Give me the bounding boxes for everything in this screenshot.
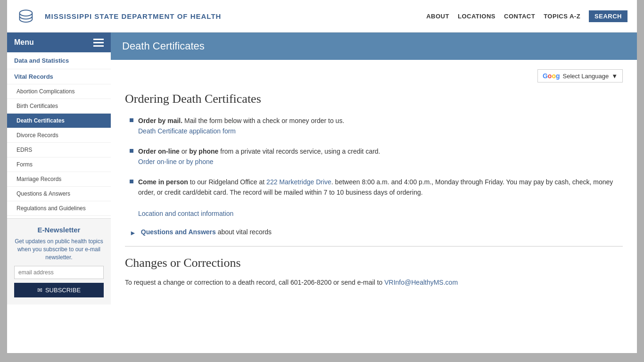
arrow-qa-content: Questions and Answers about vital record… (141, 228, 272, 236)
bullet-icon-2 (130, 149, 133, 153)
sidebar-item-divorce[interactable]: Divorce Records (7, 128, 111, 143)
bullet-online-strong1: Order on-line (138, 148, 180, 155)
sidebar-item-death[interactable]: Death Certificates (7, 114, 111, 128)
bullet-mail: Order by mail. Mail the form below with … (125, 115, 623, 137)
subscribe-button[interactable]: ✉ SUBSCRIBE (14, 283, 104, 297)
logo-area: ⛁ Mississippi State Department of Health (17, 5, 221, 27)
page-title-bar: Death Certificates (111, 33, 637, 60)
language-selector-area: Goog Select Language ▼ (125, 69, 623, 82)
qa-text: about vital records (216, 228, 272, 236)
bullet-online-strong2: by phone (189, 148, 218, 155)
email-input[interactable] (14, 266, 104, 279)
main-wrapper: Menu Data and Statistics Vital Records A… (7, 33, 637, 353)
content-area: Death Certificates Goog Select Language … (111, 33, 637, 353)
bullet-mail-content: Order by mail. Mail the form below with … (138, 115, 344, 137)
chevron-down-icon: ▼ (611, 73, 618, 80)
address-link[interactable]: 222 Marketridge Drive (266, 178, 331, 186)
menu-label: Menu (14, 38, 34, 47)
nav-locations[interactable]: LOCATIONS (458, 13, 495, 20)
sidebar-item-qa[interactable]: Questions & Answers (7, 187, 111, 201)
sidebar-item-marriage[interactable]: Marriage Records (7, 172, 111, 187)
svg-text:⛁: ⛁ (18, 7, 33, 26)
changes-heading: Changes or Corrections (125, 256, 623, 270)
sidebar-item-forms[interactable]: Forms (7, 157, 111, 172)
nav-search[interactable]: SEARCH (589, 10, 627, 22)
bullet-icon-1 (130, 118, 133, 122)
ordering-heading: Ordering Death Certificates (125, 92, 623, 106)
subscribe-icon: ✉ (37, 287, 42, 294)
site-title: Mississippi State Department of Health (45, 12, 221, 20)
logo-icon: ⛁ (17, 5, 39, 27)
subscribe-label: SUBSCRIBE (45, 287, 81, 294)
nav-about[interactable]: ABOUT (426, 13, 449, 20)
hamburger-icon[interactable] (93, 39, 104, 47)
divider (125, 246, 623, 247)
enewsletter-section: E-Newsletter Get updates on public healt… (7, 218, 111, 304)
changes-text: To request a change or correction to a d… (125, 277, 623, 288)
bullet-mail-text: Mail the form below with a check or mone… (182, 117, 344, 124)
sidebar-item-abortion[interactable]: Abortion Complications (7, 84, 111, 99)
bullet-person: Come in person to our Ridgeland Office a… (125, 177, 623, 219)
bullet-icon-3 (130, 180, 133, 183)
menu-bar[interactable]: Menu (7, 33, 111, 52)
bullet-person-strong: Come in person (138, 178, 188, 186)
nav-topics-az[interactable]: TOPICS A-Z (544, 13, 580, 20)
language-widget[interactable]: Goog Select Language ▼ (537, 69, 623, 82)
google-icon: Goog (543, 72, 560, 80)
email-link[interactable]: VRInfo@HealthyMS.com (384, 279, 458, 286)
top-nav: ABOUT LOCATIONS CONTACT TOPICS A-Z SEARC… (426, 10, 627, 22)
bullet-online-content: Order on-line or by phone from a private… (138, 146, 380, 167)
sidebar: Menu Data and Statistics Vital Records A… (7, 33, 111, 353)
sidebar-item-regulations[interactable]: Regulations and Guidelines (7, 201, 111, 216)
sidebar-section-title: Data and Statistics (7, 52, 111, 69)
enewsletter-title: E-Newsletter (14, 226, 104, 234)
bullet-online: Order on-line or by phone from a private… (125, 146, 623, 167)
sidebar-item-birth[interactable]: Birth Certificates (7, 99, 111, 114)
bullet-person-content: Come in person to our Ridgeland Office a… (138, 177, 623, 219)
bullet-online-text2: from a private vital records service, us… (218, 148, 380, 155)
arrow-right-icon: ► (130, 229, 136, 237)
qa-link[interactable]: Questions and Answers (141, 228, 216, 236)
content-body: Goog Select Language ▼ Ordering Death Ce… (111, 60, 637, 302)
enewsletter-text: Get updates on public health topics when… (14, 238, 104, 261)
language-label: Select Language (563, 73, 609, 80)
bullet-person-text1: to our Ridgeland Office at (188, 178, 266, 186)
bullet-mail-strong: Order by mail. (138, 117, 182, 124)
page-title: Death Certificates (122, 40, 205, 52)
arrow-qa: ► Questions and Answers about vital reco… (125, 228, 623, 237)
site-header: ⛁ Mississippi State Department of Health… (7, 0, 637, 33)
death-cert-form-link[interactable]: Death Certificate application form (138, 127, 236, 135)
location-contact-link[interactable]: Location and contact information (138, 210, 233, 217)
bullet-online-text1: or (180, 148, 189, 155)
changes-para: To request a change or correction to a d… (125, 279, 384, 286)
sidebar-item-edrs[interactable]: EDRS (7, 143, 111, 157)
sidebar-vital-records[interactable]: Vital Records (7, 69, 111, 84)
order-online-link[interactable]: Order on-line or by phone (138, 158, 214, 165)
nav-contact[interactable]: CONTACT (504, 13, 535, 20)
